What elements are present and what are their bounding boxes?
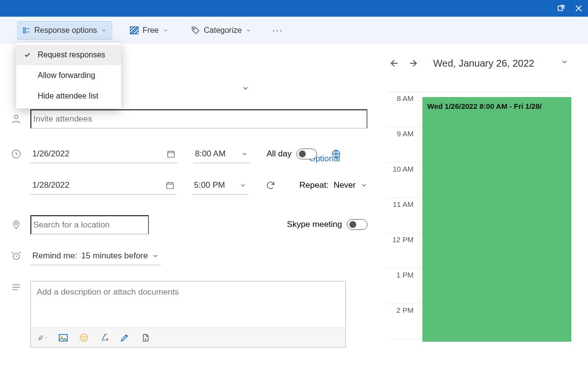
chevron-down-icon (245, 27, 251, 33)
calendar-date-label: Wed, January 26, 2022 (429, 58, 551, 69)
response-options-button[interactable]: Response options (17, 21, 112, 40)
chevron-down-icon (361, 182, 368, 189)
attendees-input[interactable] (30, 109, 368, 128)
categorize-button[interactable]: Categorize (186, 21, 256, 40)
chevron-down-icon (163, 27, 169, 33)
calendar-icon (166, 181, 174, 190)
menu-request-responses[interactable]: Request responses (16, 45, 121, 65)
svg-rect-2 (24, 31, 25, 33)
alarm-icon (11, 251, 22, 261)
calendar-body: 8 AM 9 AM 10 AM 11 AM 12 PM 1 PM 2 PM We… (387, 92, 571, 342)
menu-item-label: Request responses (38, 50, 105, 59)
calendar-icon (167, 150, 175, 158)
signature-icon[interactable] (120, 333, 130, 343)
template-icon[interactable] (141, 333, 150, 343)
hour-label: 9 AM (387, 127, 417, 138)
popout-icon[interactable] (556, 3, 566, 14)
location-icon (11, 219, 22, 230)
menu-hide-attendee-list[interactable]: Hide attendee list (16, 86, 121, 106)
skype-group: Skype meeting (287, 219, 368, 230)
attach-icon[interactable] (38, 333, 48, 343)
all-day-group: All day (267, 149, 317, 159)
repeat-label: Repeat: (299, 180, 329, 190)
end-date-field[interactable]: 1/28/2022 (30, 176, 176, 195)
remind-value: 15 minutes before (81, 251, 148, 261)
svg-point-14 (80, 334, 88, 341)
person-icon (11, 113, 22, 124)
emoji-icon[interactable] (79, 333, 89, 343)
chevron-down-icon (240, 182, 246, 189)
hour-label: 10 AM (387, 163, 417, 173)
refresh-icon[interactable] (265, 180, 276, 191)
calendar-event[interactable]: Wed 1/26/2022 8:00 AM - Fri 1/28/ (422, 97, 571, 342)
end-time-field[interactable]: 5:00 PM (192, 176, 248, 195)
repeat-value: Never (334, 180, 356, 190)
close-icon[interactable] (573, 3, 584, 14)
hour-label: 8 AM (387, 92, 417, 102)
description-icon (11, 282, 22, 293)
hour-label: 1 PM (387, 269, 417, 279)
chevron-down-icon (241, 151, 248, 157)
response-options-icon (23, 26, 30, 34)
more-options-button[interactable]: ··· (269, 25, 286, 36)
toolbar: Response options Free Categorize ··· Req… (0, 17, 588, 44)
titlebar (0, 0, 588, 17)
calendar-view-dropdown[interactable] (561, 58, 571, 69)
svg-point-15 (82, 336, 83, 337)
show-as-label: Free (143, 26, 159, 35)
svg-rect-0 (558, 6, 563, 11)
svg-rect-9 (167, 182, 173, 188)
calendar-header: Wed, January 26, 2022 (387, 52, 571, 74)
menu-allow-forwarding[interactable]: Allow forwarding (16, 65, 121, 86)
start-date-field[interactable]: 1/26/2022 (30, 145, 177, 163)
response-options-label: Response options (34, 26, 97, 35)
svg-point-4 (194, 28, 195, 29)
location-input[interactable] (30, 215, 149, 234)
skype-label: Skype meeting (287, 220, 342, 229)
svg-point-5 (14, 115, 18, 119)
show-as-button[interactable]: Free (125, 21, 173, 40)
start-date-value: 1/26/2022 (32, 149, 70, 159)
location-row: Skype meeting (11, 211, 368, 238)
svg-point-16 (85, 336, 86, 337)
end-date-value: 1/28/2022 (32, 180, 70, 190)
prev-day-button[interactable] (388, 58, 399, 69)
next-day-button[interactable] (409, 58, 419, 69)
picture-icon[interactable] (58, 333, 68, 343)
end-time-value: 5:00 PM (194, 180, 225, 190)
remind-prefix: Remind me: (32, 251, 77, 261)
skype-toggle[interactable] (347, 219, 368, 230)
free-status-icon (130, 26, 139, 34)
hour-label: 2 PM (387, 304, 417, 314)
reminder-field[interactable]: Remind me: 15 minutes before (30, 247, 161, 265)
tag-icon (191, 26, 200, 35)
chevron-down-icon (152, 252, 159, 259)
chevron-down-icon (242, 84, 249, 92)
menu-item-label: Allow forwarding (38, 71, 95, 80)
svg-rect-7 (168, 151, 174, 157)
repeat-field[interactable]: Repeat: Never (299, 180, 368, 190)
svg-rect-1 (24, 27, 25, 29)
response-options-menu: Request responses Allow forwarding Hide … (16, 43, 121, 108)
chevron-down-icon (101, 27, 107, 33)
description-box: Add a description or attach documents (30, 281, 346, 348)
description-input[interactable]: Add a description or attach documents (31, 281, 345, 327)
check-icon (23, 51, 32, 58)
title-dropdown[interactable] (239, 75, 252, 101)
svg-point-10 (15, 223, 17, 225)
reminder-row: Remind me: 15 minutes before (11, 243, 368, 269)
end-datetime-row: 1/28/2022 5:00 PM Repeat: Never (11, 172, 368, 199)
calendar-pane: Wed, January 26, 2022 8 AM 9 AM 10 AM 11… (382, 44, 588, 377)
chevron-down-icon (561, 58, 568, 66)
all-day-label: All day (267, 149, 292, 159)
categorize-label: Categorize (204, 26, 242, 35)
description-toolbar (31, 327, 345, 347)
menu-item-label: Hide attendee list (38, 92, 98, 101)
attendees-row (11, 105, 368, 132)
hour-label: 11 AM (387, 198, 417, 208)
hour-label: 12 PM (387, 233, 417, 244)
clear-format-icon[interactable] (99, 333, 109, 343)
start-time-field[interactable]: 8:00 AM (193, 145, 250, 163)
event-title: Wed 1/26/2022 8:00 AM - Fri 1/28/ (427, 102, 541, 110)
all-day-toggle[interactable] (296, 149, 317, 159)
